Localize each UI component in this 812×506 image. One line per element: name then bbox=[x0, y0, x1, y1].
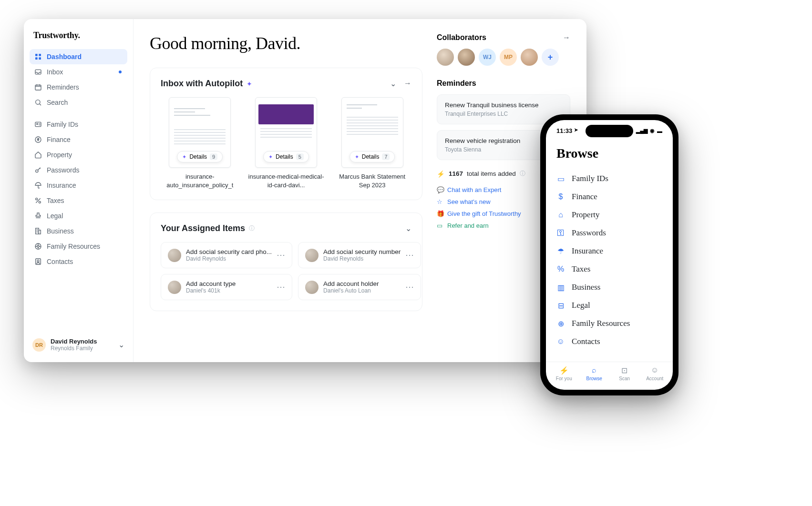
umbrella-icon bbox=[34, 182, 42, 189]
stat-suffix: total items added bbox=[467, 170, 516, 177]
sparkle-icon: ✦ bbox=[247, 80, 252, 88]
scan-icon: ⊡ bbox=[621, 366, 627, 374]
sidebar-item-label: Search bbox=[47, 99, 68, 106]
browse-item-contacts[interactable]: ☺Contacts bbox=[556, 333, 662, 351]
details-button[interactable]: ✦Details7 bbox=[349, 151, 395, 162]
home-icon: ⌂ bbox=[556, 211, 565, 219]
assigned-title: Add account type bbox=[186, 280, 272, 287]
sidebar-item-search[interactable]: Search bbox=[30, 95, 127, 110]
sidebar-item-dashboard[interactable]: Dashboard bbox=[30, 49, 127, 64]
key-icon: ⚿ bbox=[556, 229, 565, 237]
tab-account[interactable]: ☺Account bbox=[640, 366, 670, 381]
inbox-card[interactable]: ✦Details5 insurance-medical-medical-id-c… bbox=[247, 97, 326, 189]
more-icon[interactable]: ⋯ bbox=[405, 253, 414, 257]
collaborator-avatar[interactable] bbox=[521, 49, 538, 66]
document-thumbnail: ✦Details5 bbox=[255, 97, 317, 168]
sidebar-item-property[interactable]: Property bbox=[30, 147, 127, 162]
svg-point-6 bbox=[36, 100, 40, 104]
assigned-item[interactable]: Add social security card pho...David Rey… bbox=[161, 242, 292, 268]
avatar bbox=[168, 281, 181, 294]
sidebar-item-business[interactable]: Business bbox=[30, 223, 127, 239]
reminder-title: Renew Tranquil business license bbox=[445, 101, 562, 109]
sidebar-item-insurance[interactable]: Insurance bbox=[30, 178, 127, 193]
sidebar-item-label: Family Resources bbox=[47, 243, 100, 250]
stamp-icon bbox=[34, 212, 42, 220]
phone-device: 11:33 ➤ ▂▄▆ ◉ ▬ Browse ▭Family IDs $Fina… bbox=[540, 114, 678, 395]
collaborator-avatar[interactable]: WJ bbox=[479, 49, 496, 66]
collaborator-avatar[interactable]: MP bbox=[500, 49, 517, 66]
more-icon[interactable]: ⋯ bbox=[405, 285, 414, 289]
browse-item-legal[interactable]: ⊟Legal bbox=[556, 296, 662, 314]
svg-point-10 bbox=[36, 170, 38, 172]
sidebar-item-family-ids[interactable]: Family IDs bbox=[30, 117, 127, 132]
avatar bbox=[305, 281, 319, 294]
sidebar-item-label: Insurance bbox=[47, 182, 76, 189]
more-icon[interactable]: ⋯ bbox=[277, 285, 285, 289]
assigned-item[interactable]: Add account holderDaniel's Auto Loan ⋯ bbox=[298, 274, 421, 300]
arrow-right-icon[interactable]: → bbox=[563, 33, 570, 42]
sparkle-icon: ✦ bbox=[182, 154, 186, 160]
bolt-icon: ⚡ bbox=[437, 170, 445, 178]
dollar-icon: $ bbox=[556, 192, 565, 201]
user-name: David Reynolds bbox=[51, 338, 97, 345]
main-content: Good morning, David. Inbox with Autopilo… bbox=[134, 19, 586, 362]
sidebar-item-inbox[interactable]: Inbox bbox=[30, 64, 127, 80]
assigned-item[interactable]: Add account typeDaniel's 401k ⋯ bbox=[161, 274, 292, 300]
sidebar-item-passwords[interactable]: Passwords bbox=[30, 162, 127, 178]
browse-item-family-ids[interactable]: ▭Family IDs bbox=[556, 170, 662, 188]
battery-icon: ▬ bbox=[657, 128, 662, 134]
details-button[interactable]: ✦Details5 bbox=[263, 151, 309, 162]
user-menu[interactable]: DR David Reynolds Reynolds Family ⌄ bbox=[30, 333, 127, 356]
add-collaborator-button[interactable]: + bbox=[542, 49, 559, 66]
browse-item-taxes[interactable]: %Taxes bbox=[556, 260, 662, 278]
phone-page-title: Browse bbox=[556, 146, 662, 161]
browse-item-passwords[interactable]: ⚿Passwords bbox=[556, 224, 662, 242]
browse-item-family-resources[interactable]: ⊕Family Resources bbox=[556, 314, 662, 333]
gift-icon: 🎁 bbox=[437, 210, 443, 217]
sidebar-item-contacts[interactable]: Contacts bbox=[30, 254, 127, 269]
collapse-icon[interactable]: ⌄ bbox=[390, 79, 396, 88]
reminder-subtitle: Tranquil Enterprises LLC bbox=[445, 111, 562, 117]
sidebar-item-label: Inbox bbox=[47, 68, 63, 76]
collapse-icon[interactable]: ⌄ bbox=[405, 224, 411, 233]
svg-rect-14 bbox=[39, 230, 41, 234]
tab-browse[interactable]: ⌕Browse bbox=[579, 366, 610, 381]
grid-icon bbox=[34, 53, 42, 61]
assigned-subtitle: Daniel's Auto Loan bbox=[323, 287, 401, 294]
svg-point-12 bbox=[39, 201, 41, 203]
svg-rect-1 bbox=[39, 54, 41, 56]
contacts-icon bbox=[34, 258, 42, 265]
tab-for-you[interactable]: ⚡For you bbox=[549, 366, 579, 381]
arrow-right-icon[interactable]: → bbox=[404, 79, 411, 88]
svg-point-8 bbox=[37, 123, 38, 125]
collaborators-title: Collaborators bbox=[437, 33, 486, 42]
browse-item-business[interactable]: ▥Business bbox=[556, 278, 662, 296]
sidebar-item-family-resources[interactable]: Family Resources bbox=[30, 239, 127, 254]
svg-rect-0 bbox=[35, 54, 38, 56]
tab-scan[interactable]: ⊡Scan bbox=[609, 366, 640, 381]
inbox-card[interactable]: ✦Details7 Marcus Bank Statement Sep 2023 bbox=[333, 97, 411, 189]
phone-notch bbox=[586, 125, 633, 137]
sidebar-item-reminders[interactable]: Reminders bbox=[30, 80, 127, 95]
resources-icon bbox=[34, 243, 42, 250]
collaborator-avatar[interactable] bbox=[458, 49, 475, 66]
sidebar-item-label: Reminders bbox=[47, 83, 79, 91]
avatar bbox=[305, 249, 319, 262]
inbox-card[interactable]: ✦Details9 insurance-auto_insurance_polic… bbox=[161, 97, 239, 189]
browse-item-property[interactable]: ⌂Property bbox=[556, 206, 662, 224]
browse-item-finance[interactable]: $Finance bbox=[556, 188, 662, 206]
assigned-item[interactable]: Add social security numberDavid Reynolds… bbox=[298, 242, 421, 268]
more-icon[interactable]: ⋯ bbox=[277, 253, 285, 257]
info-icon[interactable]: ⓘ bbox=[249, 224, 255, 233]
desktop-window: Trustworthy. Dashboard Inbox Reminders S… bbox=[24, 19, 586, 362]
sidebar-item-legal[interactable]: Legal bbox=[30, 208, 127, 223]
info-icon[interactable]: ⓘ bbox=[520, 170, 525, 178]
svg-point-18 bbox=[37, 260, 39, 262]
svg-point-11 bbox=[36, 198, 38, 200]
inbox-panel: Inbox with Autopilot ✦ ⌄ → ✦Details9 bbox=[150, 68, 422, 200]
collaborator-avatar[interactable] bbox=[437, 49, 454, 66]
details-button[interactable]: ✦Details9 bbox=[177, 151, 223, 162]
sidebar-item-taxes[interactable]: Taxes bbox=[30, 193, 127, 208]
sidebar-item-finance[interactable]: Finance bbox=[30, 132, 127, 147]
browse-item-insurance[interactable]: ☂Insurance bbox=[556, 242, 662, 260]
